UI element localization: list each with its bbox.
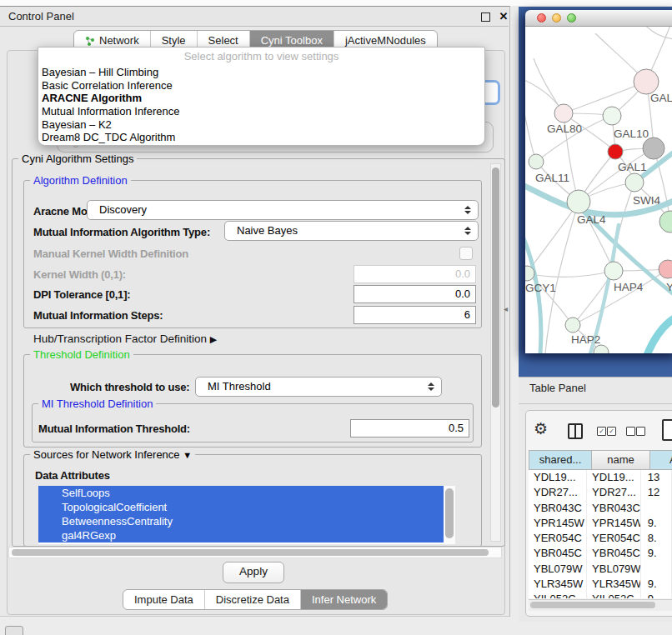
network-node[interactable] (554, 104, 573, 122)
column-header-name[interactable]: name (592, 450, 650, 470)
table-row[interactable]: YDL19...YDL19...13 (529, 470, 672, 485)
network-node[interactable] (565, 318, 580, 332)
table-cell: YBR043C (529, 501, 587, 516)
minimize-traffic-light-icon[interactable] (552, 13, 561, 22)
data-attribute-option-selfloops[interactable]: SelfLoops (38, 486, 444, 500)
node-label: GAL (650, 92, 672, 104)
table-row[interactable]: YBL079WYBL079W (529, 562, 672, 577)
network-node[interactable] (594, 345, 609, 353)
unchecked-box-icon[interactable] (626, 427, 635, 436)
data-attribute-option-gal4rgexp[interactable]: gal4RGexp (38, 528, 444, 542)
table-cell: YLR345W (529, 577, 587, 592)
kernel-width-field[interactable]: 0.0 (354, 265, 476, 283)
node-label: SWI4 (633, 194, 660, 207)
network-edge (527, 202, 579, 273)
settings-horizontal-scrollbar[interactable] (8, 547, 502, 558)
checked-box-icon[interactable]: ✓ (597, 427, 606, 436)
network-node[interactable] (634, 69, 659, 94)
close-icon[interactable]: ✕ (496, 7, 511, 27)
settings-vertical-scrollbar[interactable] (490, 163, 501, 542)
sources-group-title[interactable]: Sources for Network Inference ▼ (30, 449, 195, 461)
algorithm-option-dream8-dc-tdc-algorithm[interactable]: Dream8 DC_TDC Algorithm (38, 131, 484, 144)
scrollbar-thumb[interactable] (12, 549, 489, 556)
algorithm-option-basic-correlation-inference[interactable]: Basic Correlation Inference (38, 79, 484, 92)
table-cell: 9. (641, 516, 672, 531)
network-node[interactable] (567, 190, 590, 213)
table-cell (641, 562, 672, 577)
tab-infer-network[interactable]: Infer Network (300, 590, 387, 609)
apply-button[interactable]: Apply (223, 562, 284, 583)
hub-definition-label: Hub/Transcription Factor Definition (33, 332, 207, 345)
network-canvas[interactable]: GALGAL80GAL10GAL1GAL11SWI4GAL4GCY1HAP4YH… (525, 27, 672, 353)
data-attributes-list[interactable]: SelfLoopsTopologicalCoefficientBetweenne… (38, 486, 455, 544)
algorithm-option-bayesian-k2[interactable]: Bayesian – K2 (38, 118, 484, 132)
column-header-shared[interactable]: shared... (529, 450, 592, 470)
table-cell: YBR045C (587, 546, 641, 561)
data-attribute-option-topologicalcoefficient[interactable]: TopologicalCoefficient (38, 500, 444, 514)
mi-type-combo[interactable]: Naive Bayes (224, 221, 479, 241)
application-window: Control Panel ✕ NetworkStyleSelectCyni T… (0, 0, 672, 635)
scrollbar-thumb[interactable] (445, 488, 454, 538)
network-desktop: GALGAL80GAL10GAL1GAL11SWI4GAL4GCY1HAP4YH… (519, 7, 672, 377)
data-attribute-option-betweennesscentrality[interactable]: BetweennessCentrality (38, 514, 444, 528)
panel-collapse-icon[interactable]: ◂ (504, 304, 508, 313)
bottom-left-button[interactable] (5, 626, 23, 635)
scrollbar-thumb[interactable] (530, 602, 655, 608)
network-node[interactable] (603, 107, 621, 125)
network-window[interactable]: GALGAL80GAL10GAL1GAL11SWI4GAL4GCY1HAP4YH… (525, 10, 672, 352)
table-row[interactable]: YBR043CYBR043C (529, 501, 672, 516)
node-label: HAP4 (614, 281, 644, 293)
table-cell: YIL052C (529, 592, 587, 598)
mi-threshold-field[interactable]: 0.5 (350, 419, 469, 438)
table-body[interactable]: YDL19...YDL19...13YDR27...YDR27...12YBR0… (529, 470, 672, 598)
network-window-titlebar[interactable] (525, 10, 672, 27)
aracne-mode-combo[interactable]: Discovery (87, 200, 479, 220)
hub-definition-expander[interactable]: Hub/Transcription Factor Definition ▶ (33, 332, 217, 345)
table-cell: YDL19... (529, 470, 587, 485)
zoom-traffic-light-icon[interactable] (567, 13, 576, 22)
network-node[interactable] (643, 138, 664, 159)
table-row[interactable]: YBR045CYBR045C9. (529, 546, 672, 561)
which-threshold-combo[interactable]: MI Threshold (195, 377, 442, 397)
table-row[interactable]: YPR145WYPR145W9. (529, 516, 672, 531)
network-node[interactable] (529, 154, 544, 169)
table-row[interactable]: YIL052CYIL052C9 (529, 592, 672, 598)
mi-steps-label: Mutual Information Steps: (33, 309, 163, 322)
table-cell: 8. (641, 531, 672, 546)
dpi-tolerance-field[interactable]: 0.0 (354, 285, 476, 303)
unchecked-box-icon[interactable] (636, 427, 645, 436)
network-node[interactable] (659, 211, 672, 232)
float-window-icon[interactable] (481, 12, 490, 22)
close-traffic-light-icon[interactable] (537, 13, 546, 22)
manual-kernel-checkbox[interactable] (459, 247, 473, 260)
network-edge (564, 82, 646, 113)
mi-type-label: Mutual Information Algorithm Type: (33, 226, 210, 238)
algorithm-option-aracne-algorithm[interactable]: ARACNE Algorithm (38, 92, 484, 105)
network-node[interactable] (625, 173, 644, 192)
list-scrollbar[interactable] (444, 486, 455, 544)
table-row[interactable]: YLR345WYLR345W9. (529, 577, 672, 592)
algorithm-option-bayesian-hill-climbing[interactable]: Bayesian – Hill Climbing (38, 66, 484, 79)
mi-steps-field[interactable]: 6 (354, 306, 476, 324)
algorithm-option-mutual-information-inference[interactable]: Mutual Information Inference (38, 105, 484, 118)
tab-label: Impute Data (134, 591, 193, 609)
tab-discretize-data[interactable]: Discretize Data (204, 590, 300, 609)
document-icon[interactable] (662, 419, 672, 441)
scrollbar-thumb[interactable] (492, 168, 499, 408)
expand-down-icon[interactable]: ▼ (183, 450, 192, 460)
expand-right-icon[interactable]: ▶ (210, 334, 217, 344)
control-panel-title: Control Panel (0, 7, 509, 27)
table-cell: YBR043C (587, 501, 641, 516)
checked-box-icon[interactable]: ✓ (607, 427, 616, 436)
table-row[interactable]: YDR27...YDR27...12 (529, 485, 672, 500)
tab-impute-data[interactable]: Impute Data (123, 590, 204, 609)
network-node[interactable] (608, 144, 623, 159)
table-horizontal-scrollbar[interactable] (529, 599, 672, 611)
columns-icon[interactable] (568, 423, 583, 439)
table-row[interactable]: YER054CYER054C8. (529, 531, 672, 546)
network-node[interactable] (659, 260, 672, 278)
gear-icon[interactable]: ⚙ (534, 419, 548, 438)
node-label: GAL1 (618, 161, 647, 173)
network-node[interactable] (604, 262, 623, 280)
column-header-a[interactable]: A (650, 450, 672, 470)
